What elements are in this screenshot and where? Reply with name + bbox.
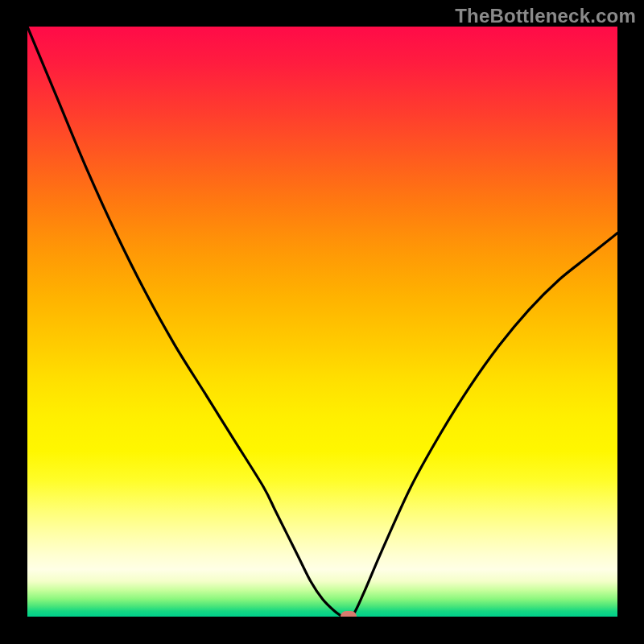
watermark-text: TheBottleneck.com xyxy=(455,5,636,27)
outer-frame: TheBottleneck.com xyxy=(0,0,644,644)
optimal-point-marker xyxy=(341,611,357,617)
plot-area xyxy=(27,27,617,617)
bottleneck-curve xyxy=(27,27,617,617)
